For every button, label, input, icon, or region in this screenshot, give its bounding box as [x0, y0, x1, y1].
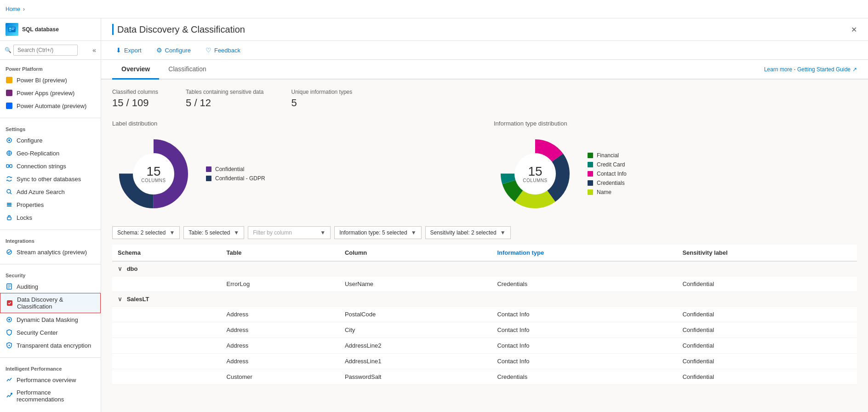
label-chart-title: Label distribution: [112, 120, 475, 127]
configure-label: Configure: [165, 47, 191, 54]
properties-icon: [6, 201, 13, 208]
breadcrumb-home[interactable]: Home: [6, 6, 20, 12]
cell-info-type: Contact Info: [491, 322, 677, 338]
cell-sensitivity: Confidential: [677, 354, 857, 369]
stats-row: Classified columns 15 / 109 Tables conta…: [112, 89, 857, 109]
legend-item-financial: Financial: [588, 152, 627, 159]
tabs-bar: Overview Classification Learn more - Get…: [101, 60, 868, 80]
cell-info-type: Credentials: [491, 369, 677, 385]
tab-classification[interactable]: Classification: [159, 60, 215, 80]
table-row[interactable]: Address PostalCode Contact Info Confiden…: [112, 307, 857, 322]
table-row[interactable]: Customer PasswordSalt Credentials Confid…: [112, 369, 857, 385]
col-header-sensitivity[interactable]: Sensitivity label: [677, 245, 857, 261]
section-title-integrations: Integrations: [0, 235, 101, 246]
sidebar-item-azure-search[interactable]: Add Azure Search: [0, 185, 101, 198]
cell-schema: [112, 276, 221, 292]
filter-schema[interactable]: Schema: 2 selected ▼: [112, 226, 180, 239]
chevron-down-icon: ▼: [411, 229, 417, 236]
svg-rect-8: [6, 165, 9, 167]
cell-column: PostalCode: [339, 307, 491, 322]
label-donut-chart: 15 COLUMNS: [112, 132, 195, 215]
filter-sensitivity[interactable]: Sensitivity label: 2 selected ▼: [425, 226, 511, 239]
col-header-table[interactable]: Table: [221, 245, 339, 261]
table-row[interactable]: Address City Contact Info Confidential: [112, 322, 857, 338]
sidebar-item-security-center[interactable]: Security Center: [0, 326, 101, 339]
sidebar-item-label: Properties: [17, 201, 44, 208]
section-title-power-platform: Power Platform: [0, 63, 101, 74]
svg-point-6: [8, 139, 10, 141]
sidebar-item-power-bi[interactable]: Power BI (preview): [0, 74, 101, 86]
sidebar-item-power-apps[interactable]: Power Apps (preview): [0, 86, 101, 99]
top-bar: Home ›: [0, 0, 868, 18]
sidebar-item-locks[interactable]: Locks: [0, 211, 101, 224]
cell-column: City: [339, 322, 491, 338]
chevron-down-icon: ▼: [169, 229, 175, 236]
learn-more-link[interactable]: Learn more - Getting Started Guide ↗: [764, 66, 857, 73]
section-title-intelligent-performance: Intelligent Performance: [0, 363, 101, 373]
col-header-info-type[interactable]: Information type: [491, 245, 677, 261]
label-chart-inner: 15 COLUMNS Confidential Confiden: [112, 132, 475, 215]
sidebar-item-dynamic-masking[interactable]: Dynamic Data Masking: [0, 313, 101, 326]
table-row[interactable]: Address AddressLine1 Contact Info Confid…: [112, 354, 857, 369]
cell-column: AddressLine1: [339, 354, 491, 369]
info-legend: Financial Credit Card Contact Info: [588, 152, 627, 195]
sidebar-item-sync-databases[interactable]: Sync to other databases: [0, 172, 101, 185]
stat-value: 15 / 109: [112, 97, 158, 109]
export-button[interactable]: ⬇ Export: [112, 45, 145, 56]
cell-schema: [112, 322, 221, 338]
legend-color: [588, 189, 593, 195]
search-input[interactable]: [13, 45, 78, 56]
sidebar-item-auditing[interactable]: Auditing: [0, 280, 101, 293]
learn-more-text: Learn more - Getting Started Guide: [764, 66, 851, 73]
col-header-schema[interactable]: Schema: [112, 245, 221, 261]
sidebar-item-transparent-encryption[interactable]: Transparent data encryption: [0, 339, 101, 352]
sidebar-item-properties[interactable]: Properties: [0, 198, 101, 211]
sidebar-item-performance-overview[interactable]: Performance overview: [0, 373, 101, 386]
sidebar-item-performance-recommendations[interactable]: Performance recommendations: [0, 386, 101, 406]
label-donut-label: COLUMNS: [141, 178, 166, 183]
sidebar-item-label: Data Discovery & Classification: [17, 296, 95, 310]
stat-value: 5 / 12: [186, 97, 263, 109]
cell-sensitivity: Confidential: [677, 307, 857, 322]
dynamic-masking-icon: [6, 316, 13, 323]
legend-color: [588, 180, 593, 186]
sidebar-item-data-discovery[interactable]: Data Discovery & Classification: [0, 293, 101, 313]
sidebar-item-geo-replication[interactable]: Geo-Replication: [0, 147, 101, 160]
stat-value: 5: [291, 97, 353, 109]
sidebar-item-configure[interactable]: Configure: [0, 134, 101, 147]
svg-rect-9: [10, 165, 12, 167]
sidebar-section-power-platform: Power Platform Power BI (preview) Power …: [0, 60, 101, 116]
col-header-column[interactable]: Column: [339, 245, 491, 261]
info-donut-label: COLUMNS: [523, 178, 548, 183]
filter-info-type-label: Information type: 5 selected: [339, 229, 407, 236]
feedback-label: Feedback: [214, 47, 240, 54]
sidebar-item-label: Security Center: [17, 329, 58, 336]
filter-info-type[interactable]: Information type: 5 selected ▼: [334, 226, 421, 239]
configure-icon: ⚙: [156, 46, 162, 54]
legend-label: Credentials: [597, 180, 625, 186]
tab-overview[interactable]: Overview: [112, 60, 159, 80]
sidebar-item-power-automate[interactable]: Power Automate (preview): [0, 99, 101, 112]
configure-button[interactable]: ⚙ Configure: [153, 45, 194, 56]
cell-sensitivity: Confidential: [677, 338, 857, 354]
sidebar-item-connection-strings[interactable]: Connection strings: [0, 160, 101, 172]
label-donut-value: 15: [141, 165, 166, 178]
legend-color: [588, 153, 593, 158]
table-row[interactable]: Address AddressLine2 Contact Info Confid…: [112, 338, 857, 354]
feedback-button[interactable]: ♡ Feedback: [202, 45, 244, 56]
sidebar-item-stream-analytics[interactable]: Stream analytics (preview): [0, 246, 101, 258]
close-button[interactable]: ✕: [851, 25, 857, 34]
group-chevron-icon: ∨: [118, 265, 122, 272]
svg-rect-12: [7, 204, 11, 205]
filter-sensitivity-label: Sensitivity label: 2 selected: [430, 229, 497, 236]
cell-schema: [112, 369, 221, 385]
legend-label: Name: [597, 189, 611, 195]
sidebar-item-label: Performance recommendations: [17, 389, 95, 403]
table-row[interactable]: ErrorLog UserName Credentials Confidenti…: [112, 276, 857, 292]
filter-table[interactable]: Table: 5 selected ▼: [183, 226, 244, 239]
filter-column[interactable]: Filter by column ▼: [248, 226, 331, 239]
legend-item-confidential: Confidential: [206, 166, 265, 172]
collapse-sidebar-button[interactable]: «: [92, 46, 96, 54]
table-body: ∨ dbo ErrorLog UserName Credentials Conf…: [112, 261, 857, 385]
cell-info-type: Credentials: [491, 276, 677, 292]
